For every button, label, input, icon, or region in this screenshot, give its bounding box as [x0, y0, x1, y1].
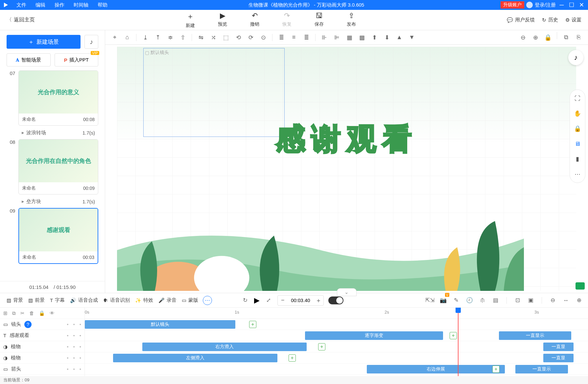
transition-08[interactable]: ▸垒方块1.7(s) [7, 197, 98, 208]
timeline-clip[interactable]: 右方滑入 [142, 343, 307, 351]
dock-hand-icon[interactable]: ✋ [573, 109, 582, 118]
time-increase-button[interactable]: ＋ [314, 295, 323, 305]
timeline-clip[interactable]: 左侧滑入 [113, 354, 277, 362]
toolbar-save-button[interactable]: 🖫保存 [315, 12, 324, 29]
transition-07[interactable]: ▸波浪转场1.7(s) [7, 128, 98, 139]
smart-scene-button[interactable]: 𝐀 智能场景 [7, 53, 51, 66]
canvas-tool-back-icon[interactable]: ▼ [406, 32, 417, 43]
track-head-tool-3[interactable]: 🗑 [29, 310, 34, 316]
canvas-tool-group-icon[interactable]: ▩ [356, 32, 367, 43]
menu-help[interactable]: 帮助 [93, 2, 112, 8]
login-register-button[interactable]: 登录/注册 [526, 2, 556, 8]
canvas-tool-home-icon[interactable]: ⌂ [122, 32, 133, 43]
menu-file[interactable]: 文件 [12, 2, 31, 8]
track-row-3[interactable]: 左侧滑入一直显+ [85, 352, 588, 364]
canvas-tool-flip-v-icon[interactable]: ⤭ [208, 32, 219, 43]
track-head-tool-0[interactable]: ⊞ [3, 310, 8, 316]
timeline-clip[interactable]: 右边伸展 [367, 365, 505, 373]
add-keyframe-button[interactable]: + [492, 366, 500, 373]
track-row-0[interactable]: 默认镜头+ [85, 319, 588, 330]
settings-button[interactable]: ⚙设置 [565, 17, 581, 23]
canvas-tool-align-distribute-icon[interactable]: ⇧ [177, 32, 188, 43]
window-minimize-button[interactable]: ─ [558, 2, 566, 9]
canvas-tool-align-center-icon[interactable]: ≡ [288, 32, 299, 43]
history-button[interactable]: ↻历史 [542, 17, 558, 23]
timeline-tool-0[interactable]: ▨背景 [5, 296, 25, 305]
toolbar-publish-button[interactable]: ⇪发布 [347, 12, 356, 29]
canvas-tool-front-icon[interactable]: ▲ [394, 32, 405, 43]
track-head-4[interactable]: ▭箭头••• [0, 364, 84, 375]
timeline-clip[interactable]: 逐字渐变 [305, 331, 443, 340]
scene-card-08[interactable]: 光合作用在自然中的角色 未命名00:09 [18, 139, 98, 194]
timeline-tool-7[interactable]: ▭蒙版 [180, 296, 200, 305]
feedback-button[interactable]: 💬用户反馈 [507, 17, 535, 23]
canvas-tool-copy-icon[interactable]: ⧉ [560, 32, 572, 43]
canvas-tool-align-top-icon[interactable]: ⤒ [152, 32, 163, 43]
tl-tool-clock-icon[interactable]: 🕘 [465, 296, 474, 305]
toolbar-preview-button[interactable]: ▶预览 [218, 12, 227, 29]
collapse-canvas-button[interactable]: ⌄ [337, 288, 357, 296]
timeline-tool-6[interactable]: 🎤录音 [156, 296, 178, 305]
add-keyframe-button[interactable]: + [249, 321, 256, 328]
timeline-toggle[interactable] [328, 296, 343, 304]
canvas-tool-distribute-v-icon[interactable]: ⊫ [331, 32, 342, 43]
add-keyframe-button[interactable]: + [318, 343, 325, 350]
canvas-tool-layer-up-icon[interactable]: ⬆ [369, 32, 380, 43]
toolbar-new-button[interactable]: ＋新建 [186, 12, 195, 29]
toolbar-undo-button[interactable]: ↶撤销 [250, 12, 259, 29]
main-title-text[interactable]: 感谢观看 [276, 119, 418, 159]
timeline-clip[interactable]: 默认镜头 [85, 320, 235, 329]
timeline-play-button[interactable]: ▶ [254, 296, 260, 305]
help-icon[interactable]: ? [24, 321, 32, 328]
insert-ppt-button[interactable]: P 插入PPT VIP [55, 53, 99, 66]
timeline-tool-2[interactable]: T字幕 [48, 296, 67, 305]
timeline-more-button[interactable]: ⋯ [203, 296, 212, 305]
upgrade-account-button[interactable]: 升级账户 [501, 1, 524, 9]
canvas-tool-lock-icon[interactable]: 🔒 [542, 32, 553, 43]
canvas-tool-center-icon[interactable]: ⊙ [258, 32, 269, 43]
canvas-tool-zoom-in-icon[interactable]: ⊕ [530, 32, 541, 43]
add-keyframe-button[interactable]: + [450, 332, 457, 339]
menu-edit[interactable]: 编辑 [31, 2, 50, 8]
timeline-fullscreen-button[interactable]: ⤢ [264, 296, 273, 305]
track-head-tool-1[interactable]: ⧉ [12, 310, 16, 316]
canvas-tool-rotate-icon[interactable]: ⟳ [245, 32, 256, 43]
tl-tool-keyframe-icon[interactable]: ⊡ [513, 296, 522, 305]
timeline-tool-5[interactable]: ✨特效 [133, 296, 155, 305]
track-head-tool-4[interactable]: 🔒 [39, 310, 45, 316]
window-maximize-button[interactable]: ☐ [568, 1, 576, 9]
dock-lock-icon[interactable]: 🔒 [573, 124, 582, 133]
new-scene-button[interactable]: ＋ 新建场景 [7, 35, 81, 49]
timeline-tool-4[interactable]: 🗣语音识别 [101, 296, 132, 305]
toolbar-redo-button[interactable]: ↷恢复 [282, 12, 292, 29]
timeline-tool-1[interactable]: ▧前景 [26, 296, 47, 305]
timeline-clip[interactable]: 一直显示 [499, 331, 571, 340]
canvas-tool-align-left-icon[interactable]: ≣ [276, 32, 287, 43]
track-body[interactable]: 0s1s2s3s 默认镜头+逐字渐变一直显示+右方滑入一直显+左侧滑入一直显+右… [85, 308, 588, 376]
menu-timeline[interactable]: 时间轴 [69, 2, 93, 8]
canvas-tool-align-bottom-icon[interactable]: ⤓ [140, 32, 151, 43]
track-head-2[interactable]: ◑植物••• [0, 341, 84, 352]
canvas-stage[interactable]: ▢ 默认镜头 感谢观看 ⌄ [105, 45, 588, 293]
tl-tool-camera-icon[interactable]: 📷 [439, 296, 447, 305]
tl-tool-edit-icon[interactable]: ✎ [452, 296, 460, 305]
track-head-3[interactable]: ◑植物••• [0, 352, 84, 364]
tl-zoom-out-icon[interactable]: ⊖ [549, 296, 557, 305]
timeline-clip[interactable]: 一直显示 [515, 365, 568, 373]
camera-frame[interactable]: ▢ 默认镜头 [143, 48, 285, 137]
timeline-clip[interactable]: 一直显 [543, 354, 574, 362]
canvas-tool-flip-h-icon[interactable]: ⇋ [195, 32, 206, 43]
canvas-tool-lock-icon[interactable]: ⬚ [220, 32, 231, 43]
scene-card-09[interactable]: 感谢观看 未命名00:03 [18, 208, 98, 264]
canvas-tool-pointer-icon[interactable]: ⌖ [109, 32, 120, 43]
canvas-tool-unlock-icon[interactable]: ⟲ [233, 32, 244, 43]
timeline-rewind-button[interactable]: ↻ [241, 296, 249, 305]
tl-tool-filter-icon[interactable]: ⫛ [478, 296, 487, 305]
add-keyframe-button[interactable]: + [289, 354, 296, 362]
timeline-ruler[interactable]: 0s1s2s3s [85, 308, 588, 319]
track-head-0[interactable]: ▭镜头?••• [0, 319, 84, 330]
track-head-tool-2[interactable]: ✂ [20, 310, 25, 316]
tl-add-track-button[interactable]: ⊕ [575, 296, 583, 305]
track-head-tool-5[interactable]: 👁 [50, 310, 55, 316]
dock-fit-icon[interactable]: ⛶ [573, 94, 582, 103]
